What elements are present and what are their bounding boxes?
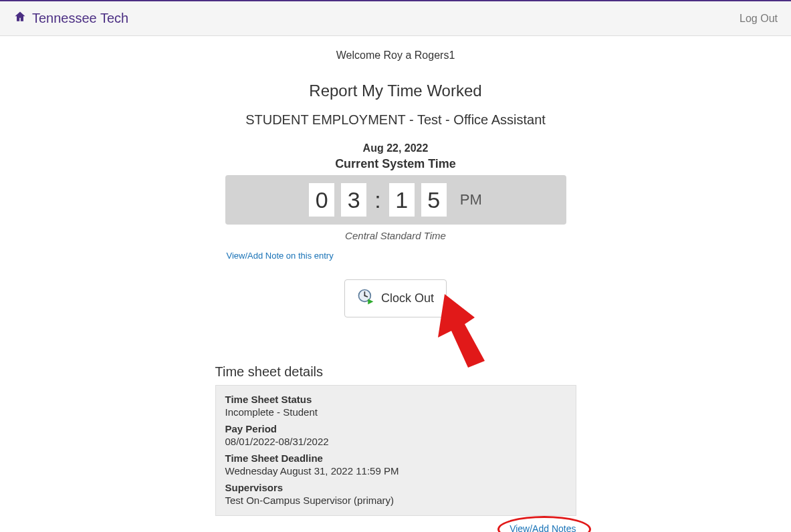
status-value: Incomplete - Student — [225, 406, 566, 418]
page-title: Report My Time Worked — [0, 82, 791, 100]
details-heading: Time sheet details — [215, 364, 576, 380]
view-add-notes-link[interactable]: View/Add Notes — [510, 523, 576, 532]
clock-min-2: 5 — [421, 183, 447, 217]
home-icon — [13, 10, 27, 27]
supervisors-label: Supervisors — [225, 482, 566, 493]
deadline-value: Wednesday August 31, 2022 11:59 PM — [225, 465, 566, 477]
clock-colon: : — [373, 187, 382, 213]
job-title: STUDENT EMPLOYMENT - Test - Office Assis… — [0, 112, 791, 128]
clock-ampm: PM — [460, 191, 482, 209]
period-label: Pay Period — [225, 423, 566, 434]
timezone-label: Central Standard Time — [0, 230, 791, 241]
clock-icon — [357, 288, 374, 309]
brand-text: Tennessee Tech — [32, 11, 128, 26]
logout-link[interactable]: Log Out — [740, 13, 778, 25]
clock-out-label: Clock Out — [381, 291, 434, 305]
supervisors-value: Test On-Campus Supervisor (primary) — [225, 495, 566, 506]
clock-display: 0 3 : 1 5 PM — [225, 175, 566, 225]
clock-hour-1: 0 — [309, 183, 334, 217]
current-date: Aug 22, 2022 — [0, 142, 791, 154]
svg-marker-3 — [368, 299, 373, 304]
top-bar: Tennessee Tech Log Out — [0, 0, 791, 36]
clock-out-button[interactable]: Clock Out — [344, 279, 447, 317]
details-box: Time Sheet Status Incomplete - Student P… — [215, 385, 576, 516]
status-label: Time Sheet Status — [225, 394, 566, 405]
system-time-label: Current System Time — [0, 157, 791, 171]
brand-link[interactable]: Tennessee Tech — [13, 10, 128, 27]
period-value: 08/01/2022-08/31/2022 — [225, 436, 566, 447]
clock-hour-2: 3 — [341, 183, 366, 217]
welcome-text: Welcome Roy a Rogers1 — [0, 49, 791, 61]
clock-min-1: 1 — [389, 183, 415, 217]
view-add-note-link[interactable]: View/Add Note on this entry — [225, 251, 566, 261]
deadline-label: Time Sheet Deadline — [225, 452, 566, 464]
